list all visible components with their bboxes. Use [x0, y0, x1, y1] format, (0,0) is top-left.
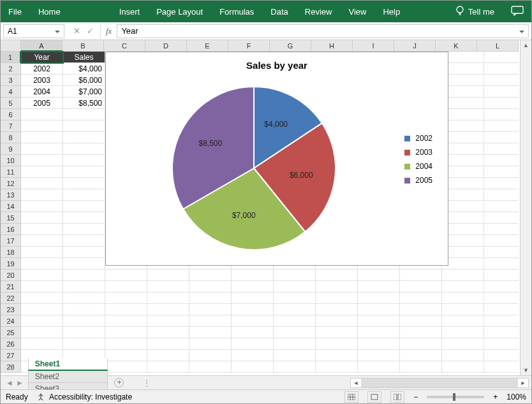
cell-L7[interactable]: [484, 120, 519, 132]
cell-D25[interactable]: [147, 327, 189, 338]
cell-K27[interactable]: [442, 350, 484, 361]
cell-A21[interactable]: [21, 281, 63, 292]
cell-C27[interactable]: [105, 350, 147, 361]
cell-B14[interactable]: [63, 201, 105, 212]
row-header-22[interactable]: 22: [1, 292, 21, 304]
cell-L8[interactable]: [484, 132, 519, 143]
cell-A11[interactable]: [21, 166, 63, 178]
cell-D21[interactable]: [147, 281, 189, 292]
cell-G23[interactable]: [274, 304, 316, 315]
col-header-H[interactable]: H: [311, 40, 353, 52]
cell-L20[interactable]: [484, 270, 519, 281]
cell-L5[interactable]: [484, 97, 519, 109]
ribbon-tab-file[interactable]: File: [8, 7, 22, 17]
cell-G22[interactable]: [274, 292, 316, 304]
cell-F24[interactable]: [232, 315, 274, 327]
cell-C26[interactable]: [105, 338, 147, 350]
cell-K20[interactable]: [442, 270, 484, 281]
cell-F20[interactable]: [232, 270, 274, 281]
cell-D28[interactable]: [147, 361, 189, 373]
cell-K23[interactable]: [442, 304, 484, 315]
cell-A3[interactable]: 2003: [21, 75, 63, 86]
zoom-in-button[interactable]: +: [493, 393, 498, 401]
ribbon-tab-help[interactable]: Help: [383, 7, 400, 17]
row-header-9[interactable]: 9: [1, 143, 21, 155]
row-header-14[interactable]: 14: [1, 201, 21, 212]
cell-L19[interactable]: [484, 258, 519, 270]
cell-A16[interactable]: [21, 224, 63, 235]
cell-K24[interactable]: [442, 315, 484, 327]
cell-H25[interactable]: [316, 327, 358, 338]
cell-J20[interactable]: [400, 270, 442, 281]
cell-K26[interactable]: [442, 338, 484, 350]
cell-E21[interactable]: [189, 281, 232, 292]
cell-B5[interactable]: $8,500: [63, 97, 105, 109]
row-header-15[interactable]: 15: [1, 212, 21, 224]
ribbon-tab-home[interactable]: Home: [38, 7, 61, 17]
scroll-down-icon[interactable]: ▼: [521, 365, 531, 375]
cell-K21[interactable]: [442, 281, 484, 292]
horizontal-scrollbar[interactable]: ◄ ►: [350, 378, 529, 388]
cell-A15[interactable]: [21, 212, 63, 224]
cell-L26[interactable]: [484, 338, 519, 350]
cell-J27[interactable]: [400, 350, 442, 361]
cell-A26[interactable]: [21, 338, 63, 350]
cell-A20[interactable]: [21, 270, 63, 281]
cell-F22[interactable]: [232, 292, 274, 304]
cell-L16[interactable]: [484, 224, 519, 235]
cell-F21[interactable]: [232, 281, 274, 292]
cell-J25[interactable]: [400, 327, 442, 338]
cell-L18[interactable]: [484, 247, 519, 258]
col-header-L[interactable]: L: [477, 40, 519, 52]
row-header-5[interactable]: 5: [1, 97, 21, 109]
cell-L4[interactable]: [484, 86, 519, 97]
row-header-17[interactable]: 17: [1, 235, 21, 247]
row-header-6[interactable]: 6: [1, 109, 21, 120]
col-header-E[interactable]: E: [187, 40, 228, 52]
formula-enter-icon[interactable]: ✓: [87, 26, 94, 36]
cell-K25[interactable]: [442, 327, 484, 338]
cell-B11[interactable]: [63, 166, 105, 178]
row-header-26[interactable]: 26: [1, 338, 21, 350]
cell-B2[interactable]: $4,000: [63, 63, 105, 75]
cell-B26[interactable]: [63, 338, 105, 350]
cell-L22[interactable]: [484, 292, 519, 304]
col-header-I[interactable]: I: [353, 40, 394, 52]
cell-A14[interactable]: [21, 201, 63, 212]
ribbon-tab-formulas[interactable]: Formulas: [219, 7, 254, 17]
cell-J24[interactable]: [400, 315, 442, 327]
sheet-tab-sheet2[interactable]: Sheet2: [28, 371, 108, 383]
cell-I25[interactable]: [358, 327, 400, 338]
cell-B13[interactable]: [63, 189, 105, 201]
cell-L13[interactable]: [484, 189, 519, 201]
comments-icon[interactable]: [511, 6, 524, 18]
cell-F27[interactable]: [232, 350, 274, 361]
cell-D26[interactable]: [147, 338, 189, 350]
ribbon-tab-data[interactable]: Data: [270, 7, 288, 17]
cell-H26[interactable]: [316, 338, 358, 350]
cell-C25[interactable]: [105, 327, 147, 338]
cell-D20[interactable]: [147, 270, 189, 281]
row-header-16[interactable]: 16: [1, 224, 21, 235]
cell-H21[interactable]: [316, 281, 358, 292]
cell-I23[interactable]: [358, 304, 400, 315]
cell-E23[interactable]: [189, 304, 232, 315]
cell-H23[interactable]: [316, 304, 358, 315]
zoom-level[interactable]: 100%: [506, 393, 526, 401]
cell-L6[interactable]: [484, 109, 519, 120]
cell-A24[interactable]: [21, 315, 63, 327]
fx-icon[interactable]: fx: [106, 26, 112, 36]
cell-A5[interactable]: 2005: [21, 97, 63, 109]
cell-C21[interactable]: [105, 281, 147, 292]
cell-B17[interactable]: [63, 235, 105, 247]
cell-I28[interactable]: [358, 361, 400, 373]
col-header-J[interactable]: J: [394, 40, 436, 52]
cell-B22[interactable]: [63, 292, 105, 304]
cell-B3[interactable]: $6,000: [63, 75, 105, 86]
add-sheet-button[interactable]: +: [114, 378, 124, 387]
cell-H22[interactable]: [316, 292, 358, 304]
cell-A17[interactable]: [21, 235, 63, 247]
cell-J23[interactable]: [400, 304, 442, 315]
row-header-21[interactable]: 21: [1, 281, 21, 292]
cell-A9[interactable]: [21, 143, 63, 155]
